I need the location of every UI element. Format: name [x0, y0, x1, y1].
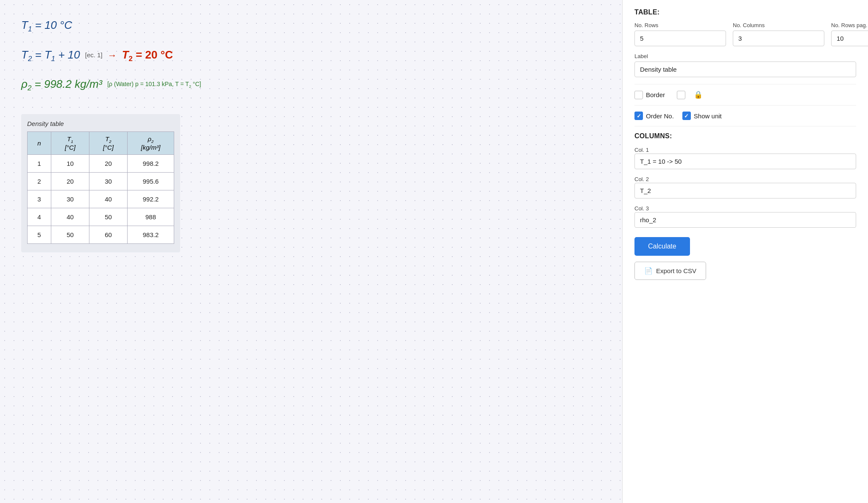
- divider-2: [634, 105, 856, 106]
- no-rows-label: No. Rows: [634, 22, 726, 28]
- divider-1: [634, 84, 856, 84]
- table-row: 33040992.2: [28, 190, 174, 208]
- table-caption: Density table: [27, 120, 174, 127]
- table-row: 55060983.2: [28, 226, 174, 243]
- label-input[interactable]: [634, 61, 856, 77]
- equation-1: T1 = 10 °C: [21, 17, 601, 35]
- table-cell: 50: [89, 208, 128, 226]
- table-cell: 983.2: [128, 226, 174, 243]
- table-cell: 998.2: [128, 154, 174, 172]
- border-label: Border: [646, 91, 665, 98]
- th-t2: T2[°C]: [89, 131, 128, 154]
- export-label: Export to CSV: [656, 267, 696, 274]
- order-no-item[interactable]: Order No.: [634, 112, 674, 120]
- table-cell: 50: [51, 226, 89, 243]
- table-row: 11020998.2: [28, 154, 174, 172]
- label-group: Label: [634, 53, 856, 77]
- th-rho: ρ2[kg/m³]: [128, 131, 174, 154]
- density-table: n T1[°C] T2[°C] ρ2[kg/m³] 11020998.22203…: [27, 131, 174, 244]
- show-unit-checkbox[interactable]: [682, 112, 691, 120]
- right-panel: TABLE: No. Rows No. Columns No. Rows pag…: [622, 0, 868, 503]
- col3-input[interactable]: [634, 212, 856, 228]
- col2-group: Col. 2: [634, 175, 856, 198]
- table-cell: 3: [28, 190, 51, 208]
- no-rows-group: No. Rows: [634, 22, 726, 46]
- table-row: 44050988: [28, 208, 174, 226]
- table-row: 22030995.6: [28, 172, 174, 190]
- columns-section: COLUMNS: Col. 1 Col. 2 Col. 3: [634, 132, 856, 228]
- no-rows-pag-input[interactable]: [831, 31, 868, 46]
- table-section-title: TABLE:: [634, 8, 856, 16]
- export-icon: 📄: [644, 267, 653, 275]
- no-cols-input[interactable]: [733, 31, 824, 46]
- row-dimensions: No. Rows No. Columns No. Rows pag.: [634, 22, 856, 46]
- table-cell: 1: [28, 154, 51, 172]
- equation-3: ρ2 = 998.2 kg/m³ [ρ (Water) p = 101.3 kP…: [21, 76, 601, 94]
- col1-group: Col. 1: [634, 146, 856, 169]
- no-rows-pag-group: No. Rows pag.: [831, 22, 868, 46]
- col3-label: Col. 3: [634, 205, 649, 212]
- table-cell: 10: [51, 154, 89, 172]
- border-checkbox[interactable]: [634, 91, 643, 99]
- no-cols-group: No. Columns: [733, 22, 824, 46]
- col1-label: Col. 1: [634, 147, 649, 153]
- table-cell: 20: [51, 172, 89, 190]
- table-cell: 2: [28, 172, 51, 190]
- th-t1: T1[°C]: [51, 131, 89, 154]
- border-checkbox-item[interactable]: Border: [634, 91, 665, 99]
- density-table-section: Density table n T1[°C] T2[°C] ρ2[kg/m³] …: [21, 114, 180, 252]
- no-rows-pag-label: No. Rows pag.: [831, 22, 868, 28]
- eq2-rhs: T2 = 20 °C: [122, 47, 173, 64]
- table-cell: 992.2: [128, 190, 174, 208]
- show-unit-item[interactable]: Show unit: [682, 112, 722, 120]
- border-extra-checkbox[interactable]: [677, 91, 685, 99]
- table-cell: 60: [89, 226, 128, 243]
- eq3-lhs: ρ2 = 998.2 kg/m³: [21, 76, 102, 94]
- left-panel: T1 = 10 °C T2 = T1 + 10 [ec. 1] → T2 = 2…: [0, 0, 622, 503]
- eq1-text: T1 = 10 °C: [21, 17, 72, 35]
- show-unit-label: Show unit: [694, 112, 722, 120]
- export-button[interactable]: 📄 Export to CSV: [634, 262, 706, 280]
- table-cell: 988: [128, 208, 174, 226]
- no-rows-input[interactable]: [634, 31, 726, 46]
- equation-2: T2 = T1 + 10 [ec. 1] → T2 = 20 °C: [21, 47, 601, 64]
- eq2-arrow: →: [108, 48, 117, 62]
- options-row: Order No. Show unit: [634, 112, 856, 120]
- table-cell: 40: [89, 190, 128, 208]
- border-row: Border 🔒: [634, 90, 856, 99]
- th-n: n: [28, 131, 51, 154]
- order-no-checkbox[interactable]: [634, 112, 643, 120]
- table-cell: 5: [28, 226, 51, 243]
- table-cell: 20: [89, 154, 128, 172]
- table-cell: 40: [51, 208, 89, 226]
- eq3-annotation: [ρ (Water) p = 101.3 kPa, T = T2 °C]: [107, 80, 201, 89]
- eq2-lhs: T2 = T1 + 10: [21, 47, 80, 64]
- label-label: Label: [634, 53, 856, 59]
- col3-group: Col. 3: [634, 204, 856, 228]
- lock-icon[interactable]: 🔒: [694, 90, 703, 99]
- divider-3: [634, 126, 856, 126]
- calculate-button[interactable]: Calculate: [634, 237, 690, 256]
- col1-input[interactable]: [634, 154, 856, 169]
- table-cell: 30: [89, 172, 128, 190]
- eq2-annotation: [ec. 1]: [85, 50, 103, 60]
- table-cell: 30: [51, 190, 89, 208]
- columns-title: COLUMNS:: [634, 132, 856, 140]
- order-no-label: Order No.: [646, 112, 674, 120]
- col2-input[interactable]: [634, 183, 856, 198]
- table-cell: 995.6: [128, 172, 174, 190]
- no-cols-label: No. Columns: [733, 22, 824, 28]
- table-cell: 4: [28, 208, 51, 226]
- col2-label: Col. 2: [634, 176, 649, 182]
